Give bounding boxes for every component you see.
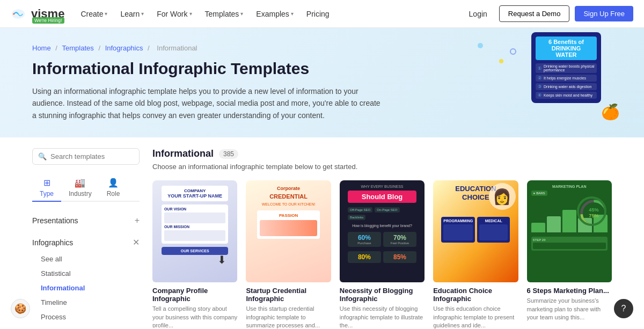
login-button[interactable]: Login bbox=[463, 6, 494, 21]
chevron-icon: ▾ bbox=[240, 11, 243, 17]
template-thumbnail-education: EDUCATIONCHOICE 👩 PROGRAMMING MEDICAL bbox=[433, 180, 518, 282]
hero-description: Using an informational infographic templ… bbox=[32, 85, 386, 121]
hero-image: 6 Benefits ofDRINKINGWATER ①Drinking wat… bbox=[531, 32, 614, 115]
nav-templates[interactable]: Templates ▾ bbox=[200, 6, 249, 21]
template-desc-company: Tell a compelling story about your busin… bbox=[152, 305, 237, 329]
infographics-header[interactable]: Infographics ✕ bbox=[32, 233, 140, 252]
search-input[interactable] bbox=[50, 152, 134, 160]
breadcrumb-sep2: / bbox=[98, 44, 102, 52]
template-name-marketing: 6 Steps Marketing Plan... bbox=[527, 287, 612, 295]
content-area: Informational 385 Choose an informationa… bbox=[152, 148, 612, 329]
main-content: 🔍 ⊞ Type 🏭 Industry 👤 Role Presentations… bbox=[0, 137, 644, 329]
svg-text:75%: 75% bbox=[589, 213, 598, 218]
signup-button[interactable]: Sign Up Free bbox=[575, 6, 633, 21]
logo[interactable]: visme We're Hiring! bbox=[11, 7, 64, 21]
nav-right: Login Request a Demo Sign Up Free bbox=[463, 5, 633, 22]
nav-create[interactable]: Create ▾ bbox=[75, 6, 113, 21]
template-card-education[interactable]: EDUCATIONCHOICE 👩 PROGRAMMING MEDICAL bbox=[433, 180, 518, 329]
templates-grid: COMPANY YOUR START-UP NAME OUR VISION OU… bbox=[152, 180, 612, 329]
presentations-header[interactable]: Presentations + bbox=[32, 211, 140, 230]
template-name-startup: Startup Credential Infographic bbox=[246, 287, 331, 303]
help-button[interactable]: ? bbox=[614, 299, 633, 318]
template-card-startup[interactable]: Corporate CREDENTIAL WELCOME TO OUR KITC… bbox=[246, 180, 331, 329]
sidebar-item-process[interactable]: Process bbox=[36, 310, 140, 324]
type-icon: ⊞ bbox=[43, 178, 50, 188]
template-card-blogging[interactable]: WHY EVERY BUSINESS Should Blog Off-Page … bbox=[340, 180, 425, 329]
hiring-badge: We're Hiring! bbox=[32, 17, 64, 24]
template-thumbnail-company: COMPANY YOUR START-UP NAME OUR VISION OU… bbox=[152, 180, 237, 282]
search-icon: 🔍 bbox=[38, 152, 47, 160]
breadcrumb-infographics[interactable]: Infographics bbox=[105, 44, 143, 52]
role-icon: 👤 bbox=[108, 178, 119, 188]
template-card-company[interactable]: COMPANY YOUR START-UP NAME OUR VISION OU… bbox=[152, 180, 237, 329]
breadcrumb-home[interactable]: Home bbox=[32, 44, 51, 52]
hero-section: Home / Templates / Infographics / Inform… bbox=[0, 28, 644, 137]
nav-examples[interactable]: Examples ▾ bbox=[251, 6, 298, 21]
template-desc-blogging: Use this necessity of blogging infograph… bbox=[340, 305, 425, 329]
breadcrumb-current: Informational bbox=[157, 44, 197, 52]
sidebar-item-informational[interactable]: Informational bbox=[36, 281, 140, 295]
sidebar-item-comparison[interactable]: Comparison bbox=[36, 324, 140, 329]
filter-tab-industry[interactable]: 🏭 Industry bbox=[61, 174, 99, 202]
section-title: Informational bbox=[152, 148, 214, 159]
content-subtitle: Choose an informational infographic temp… bbox=[152, 163, 612, 171]
chevron-icon: ▾ bbox=[189, 11, 192, 17]
breadcrumb-templates[interactable]: Templates bbox=[62, 44, 94, 52]
chevron-icon: ▾ bbox=[105, 11, 107, 17]
search-box[interactable]: 🔍 bbox=[32, 148, 140, 165]
filter-tab-type[interactable]: ⊞ Type bbox=[32, 174, 61, 202]
svg-text:45%: 45% bbox=[589, 208, 598, 213]
industry-icon: 🏭 bbox=[75, 178, 85, 188]
nav-learn[interactable]: Learn ▾ bbox=[115, 6, 149, 21]
cookie-button[interactable]: 🍪 bbox=[11, 299, 30, 318]
template-thumbnail-startup: Corporate CREDENTIAL WELCOME TO OUR KITC… bbox=[246, 180, 331, 282]
sidebar-item-timeline[interactable]: Timeline bbox=[36, 295, 140, 310]
nav-pricing[interactable]: Pricing bbox=[301, 6, 335, 21]
page-title: Informational Infographic Templates bbox=[32, 60, 612, 78]
navbar: visme We're Hiring! Create ▾ Learn ▾ For… bbox=[0, 0, 644, 28]
collapse-icon: ✕ bbox=[133, 237, 140, 247]
infographics-items: See all Statistical Informational Timeli… bbox=[32, 252, 140, 329]
content-header: Informational 385 bbox=[152, 148, 612, 159]
chevron-icon: ▾ bbox=[291, 11, 294, 17]
nav-links: Create ▾ Learn ▾ For Work ▾ Templates ▾ … bbox=[75, 6, 462, 21]
sidebar-section-infographics: Infographics ✕ See all Statistical Infor… bbox=[32, 233, 140, 329]
filter-tab-role[interactable]: 👤 Role bbox=[99, 174, 128, 202]
template-thumbnail-marketing: MARKETING PLAN ● BARS bbox=[527, 180, 612, 282]
nav-for-work[interactable]: For Work ▾ bbox=[151, 6, 197, 21]
template-count: 385 bbox=[219, 149, 238, 159]
template-name-education: Education Choice Infographic bbox=[433, 287, 518, 303]
template-thumbnail-blogging: WHY EVERY BUSINESS Should Blog Off-Page … bbox=[340, 180, 425, 282]
template-name-company: Company Profile Infographic bbox=[152, 287, 237, 303]
filter-tabs: ⊞ Type 🏭 Industry 👤 Role bbox=[32, 174, 140, 202]
template-desc-marketing: Summarize your business's marketing plan… bbox=[527, 297, 612, 321]
template-name-blogging: Necessity of Blogging Infographic bbox=[340, 287, 425, 303]
expand-icon: + bbox=[135, 216, 140, 225]
svg-point-1 bbox=[13, 13, 14, 14]
sidebar-item-see-all[interactable]: See all bbox=[36, 252, 140, 266]
sidebar-section-presentations: Presentations + bbox=[32, 211, 140, 230]
demo-button[interactable]: Request a Demo bbox=[499, 5, 570, 22]
template-desc-education: Use this education choice infographic te… bbox=[433, 305, 518, 329]
sidebar-item-statistical[interactable]: Statistical bbox=[36, 266, 140, 281]
breadcrumb-sep3: / bbox=[148, 44, 151, 52]
breadcrumb-sep: / bbox=[55, 44, 59, 52]
template-desc-startup: Use this startup credential infographic … bbox=[246, 305, 331, 329]
chevron-icon: ▾ bbox=[141, 11, 144, 17]
breadcrumb: Home / Templates / Infographics / Inform… bbox=[32, 44, 612, 52]
sidebar: 🔍 ⊞ Type 🏭 Industry 👤 Role Presentations… bbox=[32, 148, 140, 329]
template-card-marketing[interactable]: MARKETING PLAN ● BARS bbox=[527, 180, 612, 329]
